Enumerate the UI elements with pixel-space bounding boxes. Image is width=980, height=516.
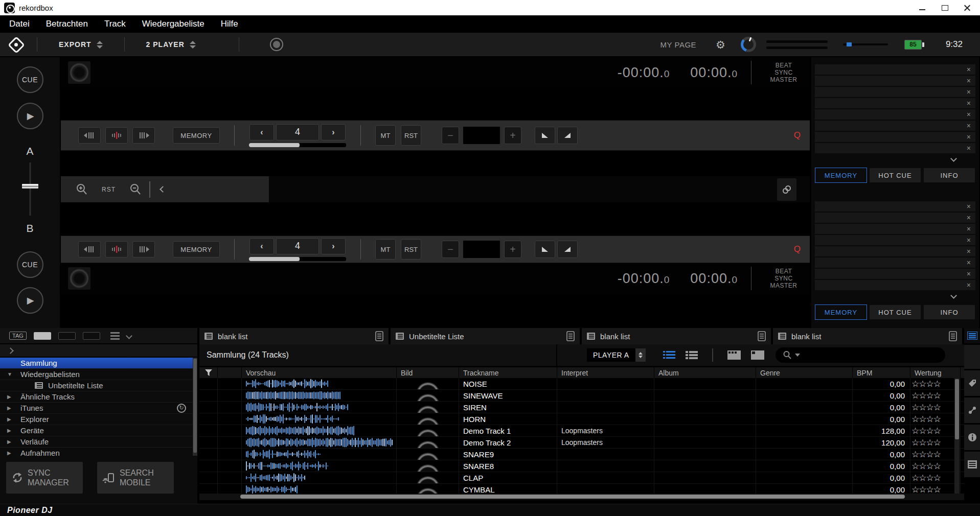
cue-tab-hot-cue[interactable]: HOT CUE — [869, 168, 921, 183]
row-rating[interactable]: ☆☆☆☆ — [910, 449, 961, 460]
track-search-back-button[interactable] — [78, 127, 101, 144]
horizontal-scrollbar[interactable] — [199, 494, 964, 500]
table-row[interactable]: Demo Track 2Loopmasters120,00☆☆☆☆ — [199, 437, 964, 449]
sidebar-item-explorer[interactable]: ▶Explorer — [0, 414, 197, 425]
waveform-preview[interactable] — [245, 426, 355, 436]
player-select[interactable]: PLAYER A — [587, 348, 646, 362]
sidebar-scrollbar[interactable] — [193, 358, 197, 456]
delete-cue-button[interactable]: × — [967, 88, 971, 96]
play-button-deck-b[interactable]: ▶ — [17, 287, 43, 314]
zoom-reset-button[interactable]: RST — [102, 186, 116, 193]
level-slider-2[interactable] — [766, 46, 828, 49]
menu-item-track[interactable]: Track — [98, 19, 136, 29]
delete-cue-button[interactable]: × — [967, 122, 971, 129]
waveform-preview[interactable] — [245, 390, 342, 401]
delete-cue-button[interactable]: × — [967, 259, 971, 266]
close-button[interactable] — [964, 4, 971, 11]
zoom-out-icon[interactable] — [129, 183, 142, 196]
tempo-plus-button[interactable]: + — [504, 241, 521, 258]
pitch-bend-minus-button[interactable] — [535, 241, 555, 258]
waveform-preview[interactable] — [245, 402, 350, 412]
row-trackname[interactable]: CLAP — [459, 472, 557, 483]
column-header-wertung[interactable]: Wertung — [910, 367, 961, 378]
waveform-preview[interactable] — [245, 414, 339, 424]
deck-fader-handle[interactable] — [22, 184, 38, 189]
menu-item-datei[interactable]: Datei — [3, 19, 40, 29]
related-tracks-button[interactable] — [964, 397, 980, 423]
beat-sync-master-button[interactable]: BEATSYNCMASTER — [762, 62, 806, 83]
sidebar-item-ger-te[interactable]: ▶Geräte — [0, 425, 197, 436]
tag-color-swatch-active[interactable] — [34, 332, 51, 340]
row-trackname[interactable]: HORN — [459, 413, 557, 425]
row-trackname[interactable]: NOISE — [459, 378, 557, 389]
cue-tab-memory[interactable]: MEMORY — [815, 304, 867, 320]
row-trackname[interactable]: SNARE8 — [459, 460, 557, 472]
delete-cue-button[interactable]: × — [967, 111, 971, 118]
tag-chevron-down-icon[interactable] — [126, 333, 132, 339]
delete-cue-button[interactable]: × — [967, 66, 971, 73]
list-view-icon-active[interactable] — [663, 350, 675, 360]
tree-right-arrow-icon[interactable]: ▶ — [7, 405, 20, 411]
track-search-back-button[interactable] — [78, 241, 101, 257]
column-header-trackname[interactable]: Trackname — [459, 367, 557, 378]
sidebar-item-itunes[interactable]: ▶iTunes↻ — [0, 403, 197, 414]
tree-right-arrow-icon[interactable]: ▶ — [7, 450, 20, 456]
record-button[interactable] — [270, 38, 283, 51]
info-panel-button[interactable] — [964, 425, 980, 450]
tag-panel-button[interactable] — [964, 370, 980, 396]
table-row[interactable]: HORN0,00☆☆☆☆ — [199, 413, 964, 425]
table-row[interactable]: SIREN0,00☆☆☆☆ — [199, 402, 964, 413]
tree-right-arrow-icon[interactable]: ▶ — [7, 416, 20, 422]
column-header-genre[interactable]: Genre — [756, 367, 853, 378]
cue-tab-hot-cue[interactable]: HOT CUE — [869, 304, 921, 320]
cue-tab-info[interactable]: INFO — [923, 304, 975, 320]
column-header-vorschau[interactable]: Vorschau — [242, 367, 397, 378]
level-slider-1[interactable] — [766, 40, 828, 43]
tempo-reset-button[interactable]: RST — [401, 125, 421, 146]
cue-button-deck-a[interactable]: CUE — [17, 66, 43, 93]
table-row[interactable]: SINEWAVE0,00☆☆☆☆ — [199, 390, 964, 402]
tempo-reset-button[interactable]: RST — [401, 239, 421, 260]
deck-b-waveform[interactable] — [61, 294, 810, 328]
row-rating[interactable]: ☆☆☆☆ — [910, 390, 961, 401]
beat-jump-value[interactable]: 4 — [276, 124, 319, 140]
sidebar-item-sammlung[interactable]: Sammlung — [0, 358, 197, 369]
column-header-album[interactable]: Album — [654, 367, 756, 378]
horizontal-scrollbar-thumb[interactable] — [240, 495, 905, 499]
sidebar-item-verl-ufe[interactable]: ▶Verläufe — [0, 436, 197, 448]
waveform-preview[interactable] — [245, 449, 322, 459]
tree-right-arrow-icon[interactable]: ▶ — [7, 439, 20, 444]
playlist-tab-doc-icon[interactable] — [566, 331, 575, 341]
table-row[interactable]: SNARE90,00☆☆☆☆ — [199, 449, 964, 460]
sidebar-collapse-row[interactable] — [0, 344, 197, 358]
column-header-interpret[interactable]: Interpret — [557, 367, 654, 378]
row-trackname[interactable]: Demo Track 2 — [459, 437, 557, 448]
crossfader-slider[interactable] — [843, 43, 888, 45]
row-rating[interactable]: ☆☆☆☆ — [910, 437, 961, 448]
beat-jump-back-button[interactable]: ‹ — [249, 124, 274, 140]
waveform-preview[interactable] — [245, 473, 306, 483]
menu-item-wiedergabeliste[interactable]: Wiedergabeliste — [136, 19, 215, 29]
row-rating[interactable]: ☆☆☆☆ — [910, 484, 961, 494]
sidebar-item-unbetitelte-liste[interactable]: Unbetitelte Liste — [0, 380, 197, 391]
beat-jump-value[interactable]: 4 — [276, 238, 319, 254]
pitch-bend-plus-button[interactable] — [557, 241, 578, 258]
zoom-in-icon[interactable] — [75, 183, 88, 196]
tempo-minus-button[interactable]: − — [442, 241, 459, 258]
beat-jump-forward-button[interactable]: › — [321, 238, 346, 254]
menu-item-hilfe[interactable]: Hilfe — [215, 19, 248, 29]
deck-a-zoom-waveform[interactable] — [61, 151, 810, 176]
maximize-button[interactable] — [941, 4, 948, 11]
play-button-deck-a[interactable]: ▶ — [17, 103, 43, 129]
row-trackname[interactable]: CYMBAL — [459, 484, 557, 494]
table-row[interactable]: NOISE0,00☆☆☆☆ — [199, 378, 964, 390]
cue-marker-button[interactable] — [105, 127, 128, 144]
delete-cue-button[interactable]: × — [967, 100, 971, 107]
refresh-icon[interactable]: ↻ — [177, 404, 186, 413]
row-rating[interactable]: ☆☆☆☆ — [910, 378, 961, 389]
playlist-tab-1[interactable]: Unbetitelte Liste — [391, 328, 580, 344]
memory-button[interactable]: MEMORY — [173, 127, 220, 144]
cue-tab-info[interactable]: INFO — [923, 168, 975, 183]
table-row[interactable]: Demo Track 1Loopmasters128,00☆☆☆☆ — [199, 425, 964, 437]
tempo-plus-button[interactable]: + — [504, 127, 521, 144]
